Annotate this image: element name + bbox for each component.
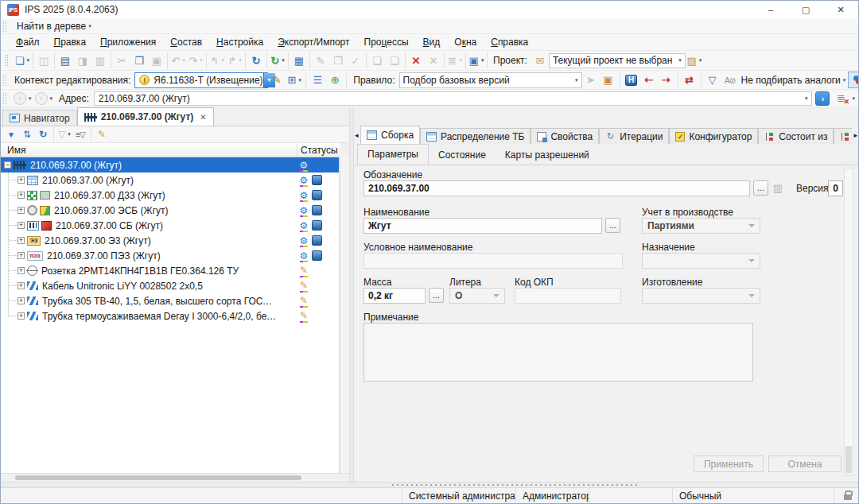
dropdown-icon[interactable]: ▾ — [221, 57, 224, 64]
tab-assembly[interactable]: Сборка — [360, 126, 420, 144]
addressbar-overflow-icon[interactable]: ▾ — [852, 95, 855, 102]
mass-field[interactable]: 0,2 кг — [363, 288, 426, 304]
subtab-parameters[interactable]: Параметры — [357, 144, 429, 165]
accounting-combo[interactable]: Партиями — [642, 218, 760, 234]
apply-button[interactable]: Применить — [694, 456, 764, 472]
filter-button[interactable]: ▾ — [56, 126, 72, 142]
expander-icon[interactable]: − — [4, 161, 11, 169]
rule-combo-dropdown-icon[interactable]: ▾ — [575, 77, 578, 83]
clear-address-button[interactable] — [832, 90, 849, 107]
column-statuses[interactable]: Статусы — [297, 143, 340, 157]
tab-object[interactable]: 210.069.37.00 (Жгут) ✕ — [77, 107, 214, 126]
tree-row[interactable]: +Трубка термоусаживаемая Deray I 3000-6,… — [1, 308, 339, 324]
tab-properties[interactable]: Свойства — [531, 128, 599, 144]
analog-combo-dropdown-icon[interactable]: ▾ — [843, 77, 846, 83]
new-document-button[interactable]: ▾ — [14, 52, 31, 69]
delete-link-button[interactable] — [425, 52, 442, 69]
move-up-level-button[interactable]: ▾ — [208, 52, 226, 69]
approve-document-button[interactable] — [347, 52, 364, 69]
close-button[interactable]: ✕ — [823, 1, 858, 18]
pick-object-button[interactable] — [582, 72, 600, 89]
tabs-scroll-left-icon[interactable]: ◂ — [355, 131, 359, 139]
tree-horizontal-scrollbar[interactable] — [1, 473, 349, 482]
analogs-palette-button[interactable] — [848, 72, 858, 88]
bottom-splitter[interactable] — [1, 482, 858, 487]
h-mode-button[interactable]: H — [623, 72, 640, 89]
back-history-icon[interactable]: ▾ — [29, 95, 32, 102]
conditional-name-field[interactable] — [363, 253, 623, 269]
tree-row[interactable]: +Розетка 2РМТ14КПН4Г1В1В ГЕ0.364.126 ТУ — [1, 263, 339, 278]
expander-icon[interactable]: + — [17, 297, 25, 304]
designation-history-button[interactable] — [771, 180, 785, 195]
dropdown-icon[interactable]: ▾ — [299, 77, 302, 83]
forward-history-icon[interactable]: ▾ — [50, 95, 53, 102]
dropdown-icon[interactable]: ▾ — [200, 57, 203, 64]
tree-row[interactable]: +210.069.37.00 ПЭЗ (Жгут) — [1, 248, 339, 263]
expander-icon[interactable]: + — [17, 252, 25, 259]
context-structure-button[interactable]: ▾ — [286, 72, 303, 89]
dropdown-icon[interactable]: ▾ — [699, 57, 702, 64]
project-folder-button[interactable]: ▾ — [686, 52, 703, 69]
minimize-button[interactable]: – — [753, 1, 788, 18]
expander-icon[interactable]: + — [17, 237, 25, 244]
edit-pencil-button[interactable] — [94, 126, 110, 142]
tab-navigator[interactable]: Навигатор — [2, 110, 77, 126]
menu-export-import[interactable]: Экспорт/Импорт — [270, 35, 356, 49]
tree-row[interactable]: +210.069.37.00 (Жгут) — [1, 173, 339, 188]
expander-icon[interactable]: + — [17, 267, 25, 274]
designation-browse-button[interactable]: ... — [753, 180, 768, 196]
expander-icon[interactable]: + — [17, 207, 25, 214]
scrollbar-thumb[interactable] — [15, 475, 301, 480]
tab-tb-distribution[interactable]: Распределение ТБ — [420, 128, 531, 144]
dropdown-icon[interactable]: ▾ — [282, 57, 285, 64]
collapse-left-button[interactable] — [640, 72, 658, 89]
undo-button[interactable]: ▾ — [169, 52, 187, 69]
dropdown-icon[interactable]: ▾ — [678, 57, 682, 64]
menu-processes[interactable]: Процессы — [357, 35, 416, 49]
expander-icon[interactable]: + — [17, 282, 25, 289]
designation-field[interactable]: 210.069.37.00 — [363, 180, 750, 196]
tree-vertical-scrollbar[interactable] — [340, 157, 349, 473]
delete-button[interactable] — [407, 52, 425, 69]
redo-button[interactable]: ▾ — [187, 52, 204, 69]
tab-configurator[interactable]: Конфигуратор — [669, 128, 758, 144]
annul-document-button[interactable] — [368, 52, 386, 69]
copy-button[interactable] — [130, 52, 148, 69]
name-browse-button[interactable]: ... — [605, 218, 620, 233]
cancel-document-button[interactable] — [386, 52, 403, 69]
menu-view[interactable]: Вид — [416, 35, 448, 49]
analog-mode-combo[interactable]: Не подбирать аналоги ▾ — [739, 75, 849, 86]
tree-row[interactable]: +210.069.37.00 Д33 (Жгут) — [1, 188, 339, 203]
select-context-button[interactable] — [309, 72, 326, 89]
expander-icon[interactable]: + — [17, 192, 25, 199]
address-dropdown-icon[interactable]: ▾ — [805, 95, 808, 102]
expander-icon[interactable]: + — [17, 312, 25, 320]
dropdown-icon[interactable]: ▾ — [27, 57, 30, 64]
save-button[interactable] — [35, 52, 52, 69]
menu-file[interactable]: Файл — [9, 35, 47, 49]
maximize-button[interactable]: ▢ — [788, 1, 823, 18]
dropdown-icon[interactable]: ▾ — [459, 57, 462, 64]
collapse-right-button[interactable] — [658, 72, 675, 89]
dropdown-icon[interactable]: ▾ — [239, 57, 242, 64]
cut-button[interactable] — [113, 52, 130, 69]
print-preview-button[interactable] — [74, 52, 91, 69]
purpose-combo[interactable] — [642, 253, 760, 269]
menu-help[interactable]: Справка — [484, 35, 535, 49]
refresh-button[interactable] — [247, 52, 265, 69]
expand-struct-button[interactable] — [681, 72, 698, 89]
name-field[interactable]: Жгут — [363, 218, 602, 234]
find-in-tree-dropdown-icon[interactable]: ▾ — [88, 23, 91, 29]
page-setup-button[interactable] — [91, 52, 109, 69]
print-button[interactable] — [56, 52, 74, 69]
close-tab-icon[interactable]: ✕ — [200, 113, 206, 122]
project-mail-button[interactable] — [531, 52, 549, 69]
tree-row[interactable]: +210.069.37.00 Э3 (Жгут) — [1, 233, 339, 248]
filter-setup-button[interactable] — [72, 126, 88, 142]
no-analog-mark-button[interactable] — [721, 72, 739, 89]
workstation-button[interactable]: ▾ — [468, 52, 485, 69]
tree-row[interactable]: +210.069.37.00 ЭСБ (Жгут) — [1, 203, 339, 218]
address-input[interactable]: 210.069.37.00 (Жгут) ▾ — [94, 91, 813, 106]
cancel-button[interactable]: Отмена — [768, 456, 842, 472]
menu-windows[interactable]: Окна — [447, 35, 484, 49]
